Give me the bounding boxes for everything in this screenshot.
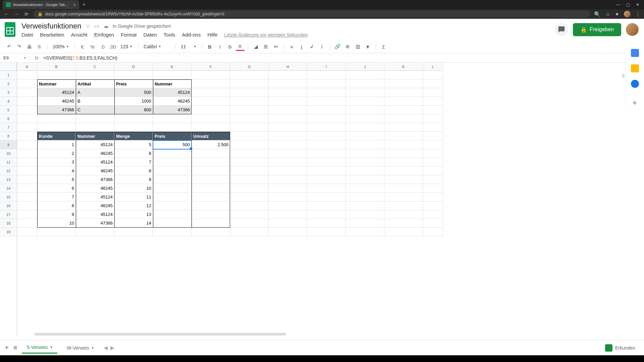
cell[interactable] <box>192 201 230 210</box>
cell[interactable] <box>230 106 269 114</box>
cell[interactable]: 45124 <box>76 210 114 219</box>
row-header[interactable]: 6 <box>0 114 17 123</box>
zoom-indicator-icon[interactable]: 🔍 <box>594 11 601 17</box>
menu-bearbeiten[interactable]: Bearbeiten <box>40 32 64 38</box>
bold-icon[interactable]: B <box>206 42 214 51</box>
browser-menu-icon[interactable]: ⋮ <box>635 11 641 17</box>
row-header[interactable]: 2 <box>0 79 17 88</box>
cell[interactable]: Nummer <box>153 79 192 88</box>
percent-icon[interactable]: % <box>88 42 97 51</box>
cell[interactable] <box>37 228 76 236</box>
cell[interactable] <box>192 71 230 79</box>
cell[interactable]: 45124 <box>76 158 114 167</box>
cell[interactable] <box>423 158 443 167</box>
cell[interactable]: Umsatz <box>192 132 230 140</box>
cell[interactable]: Nummer <box>76 132 114 140</box>
column-header[interactable]: E <box>153 63 192 71</box>
cell[interactable] <box>384 123 423 132</box>
cell[interactable]: 8 <box>114 167 153 175</box>
cell[interactable] <box>230 88 269 97</box>
cell[interactable] <box>230 149 269 158</box>
cell[interactable]: 11 <box>114 193 153 201</box>
cell[interactable] <box>17 184 37 193</box>
row-header[interactable]: 15 <box>0 193 17 201</box>
cell[interactable] <box>269 140 307 149</box>
cell[interactable] <box>192 106 230 114</box>
row-header[interactable]: 7 <box>0 123 17 132</box>
cell[interactable]: 5 <box>114 140 153 149</box>
name-box[interactable]: E9▼ <box>0 55 30 60</box>
print-icon[interactable]: 🖶 <box>25 42 34 51</box>
cell[interactable] <box>192 167 230 175</box>
merge-cells-icon[interactable]: ⇔ <box>272 42 280 51</box>
cell[interactable]: 46245 <box>76 149 114 158</box>
cell[interactable] <box>230 228 269 236</box>
menu-einfuegen[interactable]: Einfügen <box>94 32 114 38</box>
formula-input[interactable]: =SVERWEIS(C9;B3:E5;3;FALSCH) <box>43 55 117 61</box>
cell[interactable] <box>192 97 230 106</box>
column-header[interactable]: L <box>423 63 443 71</box>
row-header[interactable]: 3 <box>0 88 17 97</box>
cell[interactable] <box>307 158 346 167</box>
cell[interactable]: 45124 <box>76 140 114 149</box>
menu-datei[interactable]: Datei <box>21 32 33 38</box>
cell[interactable] <box>192 193 230 201</box>
cell[interactable]: 12 <box>114 201 153 210</box>
cell[interactable] <box>153 158 192 167</box>
cell[interactable] <box>269 123 307 132</box>
cell[interactable] <box>269 97 307 106</box>
browser-tab[interactable]: Verweisfunktionen - Google Tab… × <box>3 0 79 9</box>
cell[interactable]: 45124 <box>153 88 192 97</box>
cell[interactable] <box>423 140 443 149</box>
cell[interactable]: 8 <box>37 201 76 210</box>
cell[interactable]: 47366 <box>37 106 76 114</box>
cell[interactable] <box>269 193 307 201</box>
cell[interactable] <box>346 158 384 167</box>
cloud-icon[interactable]: ☁ <box>103 23 109 29</box>
cell[interactable] <box>17 140 37 149</box>
cell[interactable]: 1 <box>37 140 76 149</box>
spreadsheet-grid[interactable]: 12345678910111213141516171819 ABCDEFGHIJ… <box>0 63 644 337</box>
cell[interactable] <box>307 88 346 97</box>
cell[interactable] <box>307 228 346 236</box>
cell[interactable] <box>153 167 192 175</box>
cell[interactable] <box>114 71 153 79</box>
cell[interactable] <box>269 88 307 97</box>
decrease-decimal-icon[interactable]: .0 <box>98 42 107 51</box>
reload-icon[interactable]: ⟳ <box>23 11 30 17</box>
cell[interactable] <box>269 132 307 140</box>
column-header[interactable]: J <box>346 63 384 71</box>
number-format-select[interactable]: 123▼ <box>118 44 135 49</box>
column-header[interactable]: C <box>76 63 114 71</box>
all-sheets-icon[interactable]: ≡ <box>13 344 17 352</box>
cell[interactable] <box>423 210 443 219</box>
rotate-icon[interactable]: ⤸ <box>318 42 326 51</box>
cell[interactable] <box>384 175 423 184</box>
cell[interactable] <box>230 79 269 88</box>
cell[interactable] <box>307 193 346 201</box>
currency-icon[interactable]: € <box>78 42 87 51</box>
row-header[interactable]: 16 <box>0 201 17 210</box>
font-size-select[interactable]: 11▼ <box>179 44 199 49</box>
cell[interactable] <box>307 97 346 106</box>
cell[interactable] <box>423 123 443 132</box>
cell[interactable]: A <box>76 88 114 97</box>
sheet-nav-right-icon[interactable]: ▶ <box>110 345 114 351</box>
cell[interactable] <box>384 193 423 201</box>
cell[interactable] <box>384 71 423 79</box>
share-button[interactable]: 🔒 Freigeben <box>573 23 621 36</box>
extensions-icon[interactable]: ✦ <box>615 11 619 17</box>
cell[interactable] <box>307 106 346 114</box>
cell[interactable] <box>153 114 192 123</box>
row-header[interactable]: 4 <box>0 97 17 106</box>
cell[interactable] <box>230 140 269 149</box>
row-header[interactable]: 14 <box>0 184 17 193</box>
cell[interactable] <box>423 106 443 114</box>
cell[interactable] <box>269 158 307 167</box>
row-header[interactable]: 5 <box>0 106 17 114</box>
cell[interactable] <box>307 149 346 158</box>
column-header[interactable]: K <box>384 63 423 71</box>
cell[interactable] <box>230 193 269 201</box>
cell[interactable] <box>384 88 423 97</box>
cell[interactable] <box>192 175 230 184</box>
